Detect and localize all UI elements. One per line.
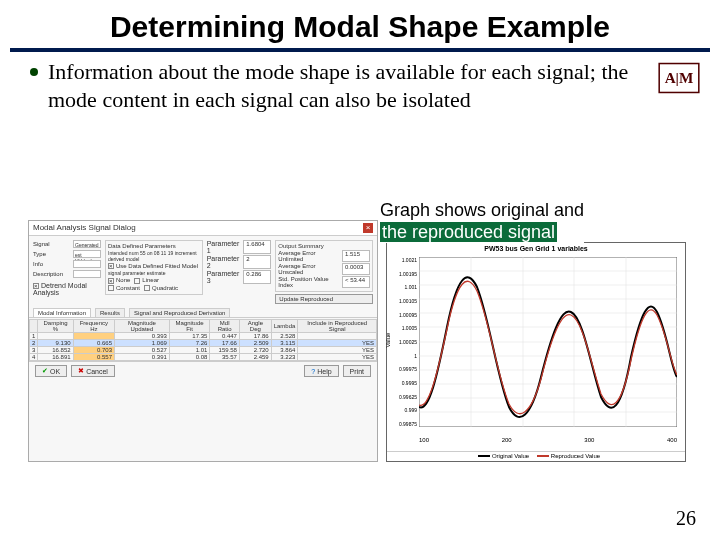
svg-text:A|M: A|M — [665, 69, 694, 86]
close-icon[interactable]: × — [363, 223, 373, 233]
print-button[interactable]: Print — [343, 365, 371, 377]
tab-results[interactable]: Results — [95, 308, 125, 317]
modal-analysis-dialog: Modal Analysis Signal Dialog × SignalGen… — [28, 220, 378, 462]
atm-logo: A|M — [656, 62, 702, 98]
chart-legend: Original Value Reproduced Value — [387, 451, 685, 459]
signal-chart: PW53 bus Gen Grid 1 variables Value 1.00… — [386, 242, 686, 462]
dialog-tabs: Modal Information Results Signal and Rep… — [29, 308, 377, 318]
x-ticks: 100200300400 — [419, 437, 677, 443]
page-number: 26 — [676, 507, 696, 530]
update-button[interactable]: Update Reproduced — [275, 294, 373, 304]
modes-table: Damping %Frequency HzMagnitude UpdatedMa… — [29, 319, 377, 361]
bullet-text: Information about the mode shape is avai… — [48, 58, 690, 113]
tab-signal[interactable]: Signal and Reproduced Derivation — [129, 308, 230, 317]
ok-button[interactable]: ✔OK — [35, 365, 67, 377]
bullet-dot — [30, 68, 38, 76]
y-ticks: 1.00211.001951.0011.001051.000951.00051.… — [389, 257, 417, 427]
dialog-title: Modal Analysis Signal Dialog — [33, 223, 136, 233]
cancel-button[interactable]: ✖Cancel — [71, 365, 115, 377]
type-field[interactable]: est — [73, 250, 101, 258]
chart-plot — [419, 257, 677, 427]
slide-title: Determining Modal Shape Example — [30, 10, 690, 44]
signal-field[interactable]: Generated 53 T11/5 HV (pu) — [73, 240, 101, 248]
tab-modal-info[interactable]: Modal Information — [33, 308, 91, 317]
help-button[interactable]: ?Help — [304, 365, 338, 377]
chart-caption: Graph shows original and the reproduced … — [380, 200, 584, 243]
title-rule — [10, 48, 710, 52]
chart-title: PW53 bus Gen Grid 1 variables — [387, 245, 685, 252]
